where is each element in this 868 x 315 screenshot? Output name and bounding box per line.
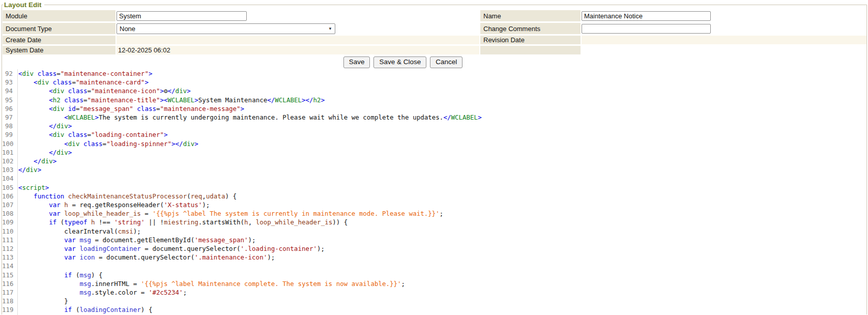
code-line[interactable]: 107 var h = req.getResponseHeader('X-sta…: [2, 201, 866, 209]
code-line[interactable]: 94 <div class="maintenance-icon">⚙</div>: [2, 87, 866, 95]
module-label: Module: [3, 10, 115, 21]
code-line[interactable]: 111 var msg = document.getElementById('m…: [2, 236, 866, 244]
code-text: if (msg) {: [15, 271, 103, 279]
layout-edit-page: Layout Edit Module Name Document Type No…: [0, 0, 868, 315]
code-line[interactable]: 112 var loadingContainer = document.quer…: [2, 244, 866, 253]
code-line[interactable]: 106 function checkMaintenanceStatusProce…: [2, 192, 866, 201]
code-text: [15, 262, 18, 270]
document-type-select[interactable]: None ▼: [117, 23, 335, 34]
save-button[interactable]: Save: [343, 56, 370, 68]
line-number: 99: [2, 130, 15, 139]
line-number: 96: [2, 104, 15, 113]
code-text: if (loadingContainer) {: [15, 305, 152, 314]
layout-edit-fieldset: Layout Edit Module Name Document Type No…: [2, 1, 867, 314]
line-number: 107: [2, 201, 15, 209]
code-text: var msg = document.getElementById('messa…: [15, 236, 256, 244]
code-line[interactable]: 95 <h2 class="maintenance-title"><WCLABE…: [2, 96, 866, 104]
code-line[interactable]: 109 if (typeof h !== 'string' || !miestr…: [2, 218, 866, 226]
name-value-cell: [582, 10, 866, 21]
code-editor[interactable]: 92<div class="maintenance-container">93 …: [2, 69, 866, 315]
code-text: function checkMaintenanceStatusProcessor…: [15, 192, 237, 201]
line-number: 112: [2, 244, 15, 253]
cancel-button[interactable]: Cancel: [430, 56, 462, 68]
change-comments-label: Change Comments: [480, 23, 581, 34]
gutter-separator: [17, 69, 18, 315]
code-line[interactable]: 119 if (loadingContainer) {: [2, 305, 866, 314]
code-line[interactable]: 100 <div class="loading-spinner"></div>: [2, 139, 866, 148]
empty-label-cell: [480, 46, 581, 54]
form-rows: Module Name Document Type None ▼ Change: [2, 9, 866, 68]
line-number: 117: [2, 288, 15, 297]
code-text: clearInterval(cmsi);: [15, 227, 141, 236]
line-number: 104: [2, 174, 15, 183]
name-input[interactable]: [582, 11, 711, 21]
line-number: 92: [2, 69, 15, 78]
change-comments-value-cell: [582, 23, 866, 34]
code-text: msg.style.color = '#2c5234';: [15, 288, 187, 297]
line-number: 114: [2, 262, 15, 270]
code-line[interactable]: 99 <div class="loading-container">: [2, 130, 866, 139]
code-line[interactable]: 102 </div>: [2, 157, 866, 165]
line-number: 111: [2, 236, 15, 244]
code-line[interactable]: 105<script>: [2, 183, 866, 192]
line-number: 103: [2, 165, 15, 174]
form-row-2: Document Type None ▼ Change Comments: [3, 23, 866, 34]
line-number: 98: [2, 122, 15, 130]
code-text: var loadingContainer = document.querySel…: [15, 244, 325, 253]
line-number: 116: [2, 279, 15, 288]
change-comments-input[interactable]: [582, 24, 711, 34]
page-title: Layout Edit: [3, 1, 44, 9]
code-line[interactable]: 116 msg.innerHTML = '{{%pjs ^label Maint…: [2, 279, 866, 288]
code-text: <WCLABEL>The system is currently undergo…: [15, 113, 482, 122]
document-type-label: Document Type: [3, 23, 115, 34]
code-text: <div class="maintenance-container">: [15, 69, 152, 78]
system-date-value: 12-02-2025 06:02: [117, 46, 479, 54]
line-number: 119: [2, 305, 15, 314]
line-number: 97: [2, 113, 15, 122]
code-line[interactable]: 113 var icon = document.querySelector('.…: [2, 253, 866, 262]
code-text: if (typeof h !== 'string' || !miestring.…: [15, 218, 348, 226]
code-line[interactable]: 117 msg.style.color = '#2c5234';: [2, 288, 866, 297]
code-text: <div class="loading-container">: [15, 130, 168, 139]
line-number: 110: [2, 227, 15, 236]
module-input[interactable]: [117, 11, 247, 21]
code-text: }: [15, 297, 68, 305]
line-number: 109: [2, 218, 15, 226]
code-line[interactable]: 92<div class="maintenance-container">: [2, 69, 866, 78]
line-number: 94: [2, 87, 15, 95]
code-line[interactable]: 93 <div class="maintenance-card">: [2, 78, 866, 87]
line-number: 115: [2, 271, 15, 279]
system-date-label: System Date: [3, 46, 115, 54]
code-line[interactable]: 104: [2, 174, 866, 183]
line-number: 108: [2, 209, 15, 218]
line-number: 118: [2, 297, 15, 305]
chevron-down-icon: ▼: [328, 26, 333, 31]
line-number: 105: [2, 183, 15, 192]
code-line[interactable]: 110 clearInterval(cmsi);: [2, 227, 866, 236]
code-text: msg.innerHTML = '{{%pjs ^label Maintenan…: [15, 279, 405, 288]
line-number: 100: [2, 139, 15, 148]
line-number: 102: [2, 157, 15, 165]
form-row-4: System Date 12-02-2025 06:02: [3, 46, 866, 54]
code-line[interactable]: 98 </div>: [2, 122, 866, 130]
code-line[interactable]: 97 <WCLABEL>The system is currently unde…: [2, 113, 866, 122]
module-value-cell: [117, 10, 479, 21]
code-text: [15, 174, 18, 183]
line-number: 106: [2, 192, 15, 201]
code-text: </div>: [15, 165, 41, 174]
code-line[interactable]: 101 </div>: [2, 148, 866, 157]
code-line[interactable]: 114: [2, 262, 866, 270]
code-line[interactable]: 115 if (msg) {: [2, 271, 866, 279]
line-number: 113: [2, 253, 15, 262]
code-line[interactable]: 103</div>: [2, 165, 866, 174]
line-number: 101: [2, 148, 15, 157]
code-line[interactable]: 108 var loop_while_header_is = '{{%pjs ^…: [2, 209, 866, 218]
create-date-value: [117, 36, 479, 44]
save-and-close-button[interactable]: Save & Close: [373, 56, 426, 68]
code-line[interactable]: 118 }: [2, 297, 866, 305]
code-text: <div class="loading-spinner"></div>: [15, 139, 198, 148]
revision-date-label: Revision Date: [480, 36, 581, 44]
code-line[interactable]: 96 <div id="message_span" class="mainten…: [2, 104, 866, 113]
code-text: <h2 class="maintenance-title"><WCLABEL>S…: [15, 96, 325, 104]
code-text: </div>: [15, 157, 56, 165]
